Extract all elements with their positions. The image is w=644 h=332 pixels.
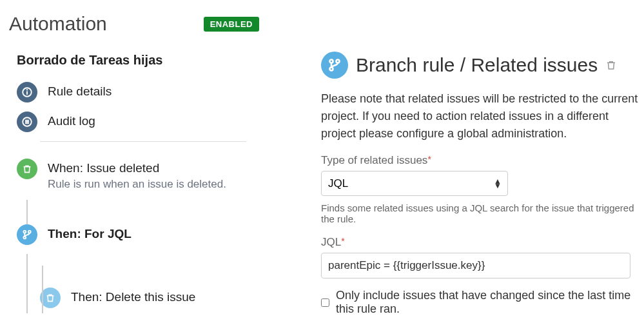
svg-point-8 (28, 231, 31, 233)
status-badge: ENABLED (204, 17, 259, 32)
nav-rule-details[interactable]: Rule details (17, 82, 259, 103)
svg-point-2 (27, 90, 28, 90)
only-changed-input[interactable] (321, 298, 329, 308)
panel-note: Please note that related issues will be … (321, 90, 644, 142)
step-branch[interactable]: Then: For JQL (17, 224, 259, 245)
type-label: Type of related issues* (321, 154, 644, 167)
panel-title: Branch rule / Related issues (356, 54, 598, 76)
page-title: Automation (9, 13, 107, 35)
nav-label: Rule details (48, 84, 112, 98)
connector (26, 200, 259, 224)
info-icon (17, 82, 37, 103)
related-type-select[interactable]: JQL (321, 171, 508, 196)
delete-rule-button[interactable] (605, 59, 617, 71)
step-action[interactable]: Then: Delete this issue (40, 288, 259, 308)
type-hint: Finds some related issues using a JQL se… (321, 202, 644, 224)
svg-point-7 (23, 231, 26, 233)
list-icon (17, 112, 37, 132)
rule-name: Borrado de Tareas hijas (17, 53, 259, 68)
step-desc: Rule is run when an issue is deleted. (48, 178, 226, 191)
step-title: Then: For JQL (48, 227, 132, 241)
nav-label: Audit log (48, 114, 95, 128)
branch-icon (17, 224, 37, 245)
only-changed-checkbox[interactable]: Only include issues that have changed si… (321, 289, 644, 316)
jql-input[interactable] (321, 253, 630, 278)
divider (40, 141, 246, 142)
only-changed-label: Only include issues that have changed si… (336, 289, 644, 316)
svg-point-11 (337, 60, 340, 63)
svg-point-10 (330, 60, 333, 63)
branch-icon (321, 52, 348, 79)
step-title: Then: Delete this issue (71, 290, 195, 304)
step-trigger[interactable]: When: Issue deleted Rule is run when an … (17, 159, 259, 191)
trash-icon (17, 159, 37, 179)
nav-audit-log[interactable]: Audit log (17, 112, 259, 132)
step-title: When: Issue deleted (48, 161, 226, 175)
jql-label: JQL* (321, 236, 644, 249)
